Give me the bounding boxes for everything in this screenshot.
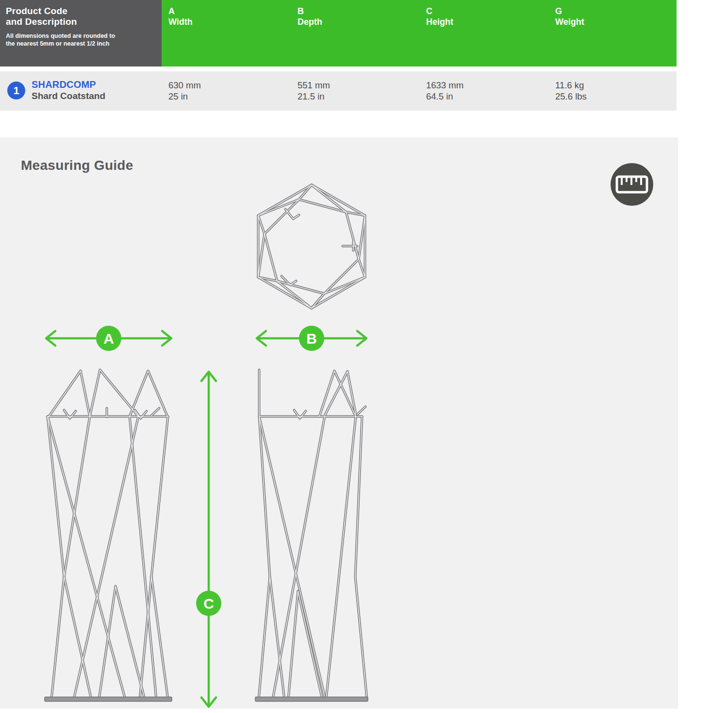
front-view-base (45, 697, 172, 701)
column-header-width: A Width (168, 6, 193, 27)
width-arrow: A (43, 325, 175, 352)
value-imperial: 21.5 in (298, 91, 330, 102)
value-depth: 551 mm 21.5 in (298, 80, 330, 102)
height-label: C (203, 596, 214, 612)
width-label: A (103, 331, 114, 347)
header-note-line1: All dimensions quoted are rounded to (6, 32, 156, 40)
value-height: 1633 mm 64.5 in (426, 80, 463, 102)
value-metric: 1633 mm (426, 80, 463, 91)
column-label: Depth (298, 17, 322, 27)
header-note-line2: the nearest 5mm or nearest 1/2 inch (6, 40, 156, 48)
column-letter: G (555, 6, 584, 17)
header-title-line2: and Description (6, 17, 156, 27)
measuring-guide-panel: Measuring Guide (0, 137, 678, 709)
column-label: Height (426, 17, 453, 27)
depth-label: B (306, 331, 317, 347)
product-code: SHARDCOMP (32, 79, 105, 90)
coatstand-side-view-drawing (252, 364, 371, 709)
ruler-icon (610, 163, 654, 206)
column-letter: B (298, 6, 322, 17)
value-weight: 11.6 kg 25.6 lbs (555, 80, 587, 102)
value-width: 630 mm 25 in (168, 80, 201, 102)
column-header-height: C Height (426, 6, 453, 27)
coatstand-front-view-drawing (43, 364, 174, 709)
column-header-depth: B Depth (298, 6, 322, 27)
header-title-line1: Product Code (6, 6, 156, 17)
value-imperial: 25.6 lbs (555, 91, 587, 102)
value-metric: 551 mm (298, 80, 330, 91)
table-row: 1 SHARDCOMP Shard Coatstand 630 mm 25 in… (0, 71, 677, 111)
value-imperial: 64.5 in (426, 91, 463, 102)
column-header-weight: G Weight (555, 6, 584, 27)
value-imperial: 25 in (168, 91, 201, 102)
coatstand-top-view-drawing (239, 181, 384, 312)
side-view-base (255, 697, 368, 701)
spec-sheet: Product Code and Description All dimensi… (0, 0, 728, 713)
table-header-description-cell: Product Code and Description All dimensi… (0, 0, 162, 66)
value-metric: 630 mm (168, 80, 201, 91)
measuring-guide-title: Measuring Guide (21, 158, 133, 173)
table-header-bar (162, 0, 677, 66)
column-letter: C (426, 6, 453, 17)
product-number-badge: 1 (7, 82, 25, 99)
depth-arrow: B (253, 325, 370, 352)
product-identity: SHARDCOMP Shard Coatstand (32, 79, 105, 101)
column-label: Weight (555, 17, 584, 27)
value-metric: 11.6 kg (555, 80, 587, 91)
product-description: Shard Coatstand (32, 90, 105, 101)
column-letter: A (168, 6, 193, 17)
height-arrow: C (195, 368, 222, 710)
column-label: Width (168, 17, 193, 27)
